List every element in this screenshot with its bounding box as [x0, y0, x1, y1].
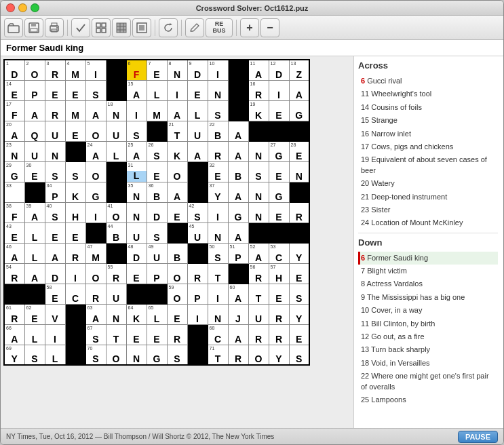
cell-r14c5[interactable]: 67S: [85, 324, 106, 345]
cell-r2c9[interactable]: I: [167, 80, 187, 100]
cell-r12c9[interactable]: 59O: [167, 284, 187, 304]
cell-r10c5[interactable]: 47M: [85, 243, 106, 263]
zoom-out-button[interactable]: −: [260, 18, 279, 37]
down-clue-8[interactable]: 8 Actress Vardalos: [358, 277, 498, 290]
down-clue-13[interactable]: 13 Turn back sharply: [358, 343, 498, 356]
cell-r5c11[interactable]: R: [208, 141, 228, 161]
cell-r6c1[interactable]: 29G: [4, 161, 24, 182]
cell-r15c15[interactable]: S: [289, 345, 309, 365]
cell-r11c9[interactable]: O: [167, 263, 187, 284]
cell-r11c13[interactable]: 56R: [248, 263, 269, 284]
across-clue-6[interactable]: 6 Gucci rival: [358, 75, 498, 88]
cell-r6c2[interactable]: 30E: [24, 161, 45, 182]
window-controls[interactable]: [6, 3, 39, 12]
close-button[interactable]: [6, 3, 15, 12]
cell-r11c14[interactable]: 57H: [269, 263, 289, 284]
cell-r7c3[interactable]: 34P: [45, 182, 65, 202]
cell-r14c15[interactable]: E: [289, 324, 309, 345]
cell-r9c6[interactable]: 44B: [106, 222, 126, 243]
down-clue-11[interactable]: 11 Bill Clinton, by birth: [358, 317, 498, 330]
cell-r4c6[interactable]: U: [106, 121, 126, 141]
cell-r10c11[interactable]: 50S: [208, 243, 228, 263]
cell-r7c1[interactable]: 33: [4, 182, 24, 202]
cell-r2c13[interactable]: 16R: [248, 80, 269, 100]
cell-r1c1[interactable]: 1D: [4, 60, 24, 80]
cell-r3c14[interactable]: E: [269, 100, 289, 121]
cell-r5c3[interactable]: N: [45, 141, 65, 161]
cell-r4c10[interactable]: U: [187, 121, 208, 141]
cell-r3c1[interactable]: 17F: [4, 100, 24, 121]
cell-r8c15[interactable]: R: [289, 202, 309, 222]
cell-r7c9[interactable]: A: [167, 182, 187, 202]
cell-r10c8[interactable]: 49U: [147, 243, 167, 263]
across-clue-24[interactable]: 24 Location of Mount McKinley: [358, 216, 498, 229]
cell-r12c15[interactable]: S: [289, 284, 309, 304]
cell-r15c6[interactable]: O: [106, 345, 126, 365]
cell-r13c5[interactable]: 63A: [85, 304, 106, 324]
cell-r11c8[interactable]: P: [147, 263, 167, 284]
cell-r3c4[interactable]: M: [65, 100, 85, 121]
pause-button[interactable]: PAUSE: [458, 431, 498, 443]
across-clue-14[interactable]: 14 Cousins of foils: [358, 101, 498, 114]
cell-r14c1[interactable]: 66A: [4, 324, 24, 345]
cell-r4c2[interactable]: Q: [24, 121, 45, 141]
save-button[interactable]: [24, 18, 43, 37]
across-clue-21[interactable]: 21 Deep-toned instrument: [358, 191, 498, 204]
cell-r12c11[interactable]: I: [208, 284, 228, 304]
pencil-button[interactable]: [185, 18, 204, 37]
cell-r10c9[interactable]: B: [167, 243, 187, 263]
cell-r12c5[interactable]: R: [85, 284, 106, 304]
cell-r2c10[interactable]: E: [187, 80, 208, 100]
cell-r4c4[interactable]: E: [65, 121, 85, 141]
cell-r11c4[interactable]: I: [65, 263, 85, 284]
cell-r8c4[interactable]: H: [65, 202, 85, 222]
cell-r7c8[interactable]: 36B: [147, 182, 167, 202]
cell-r11c3[interactable]: D: [45, 263, 65, 284]
cell-r6c4[interactable]: S: [65, 161, 85, 182]
down-clue-18[interactable]: 18 Void, in Versailles: [358, 357, 498, 370]
across-clue-19[interactable]: 19 Equivalent of about seven cases of be…: [358, 153, 498, 177]
cell-r1c4[interactable]: 4M: [65, 60, 85, 80]
cell-r8c2[interactable]: 39A: [24, 202, 45, 222]
cell-r15c11[interactable]: 71T: [208, 345, 228, 365]
cell-r5c5[interactable]: 24A: [85, 141, 106, 161]
cell-r14c13[interactable]: R: [248, 324, 269, 345]
rebus-button[interactable]: REBUS: [206, 18, 233, 37]
across-clue-17[interactable]: 17 Cows, pigs and chickens: [358, 140, 498, 153]
cell-r9c10[interactable]: 45U: [187, 222, 208, 243]
cell-r5c7[interactable]: 25A: [126, 141, 147, 161]
cell-r2c14[interactable]: I: [269, 80, 289, 100]
cell-r6c8[interactable]: E: [147, 161, 167, 182]
cell-r9c4[interactable]: E: [65, 222, 85, 243]
cell-r2c3[interactable]: E: [45, 80, 65, 100]
cell-r14c3[interactable]: I: [45, 324, 65, 345]
grid3-button[interactable]: [132, 18, 151, 37]
cell-r7c7[interactable]: 35N: [126, 182, 147, 202]
cell-r13c9[interactable]: E: [167, 304, 187, 324]
cell-r6c13[interactable]: S: [248, 161, 269, 182]
cell-r2c7[interactable]: 15A: [126, 80, 147, 100]
cell-r12c6[interactable]: U: [106, 284, 126, 304]
cell-r13c8[interactable]: 65L: [147, 304, 167, 324]
cell-r10c15[interactable]: Y: [289, 243, 309, 263]
cell-r14c11[interactable]: 68C: [208, 324, 228, 345]
cell-r8c14[interactable]: E: [269, 202, 289, 222]
crossword-grid[interactable]: 1D 2O 3R 4M 5I 6F 7E 8N 9D 10I 11A 12D: [3, 59, 310, 366]
cell-r15c8[interactable]: G: [147, 345, 167, 365]
cell-r15c14[interactable]: Y: [269, 345, 289, 365]
cell-r1c2[interactable]: 2O: [24, 60, 45, 80]
cell-r13c12[interactable]: J: [228, 304, 248, 324]
cell-r2c8[interactable]: L: [147, 80, 167, 100]
cell-r8c9[interactable]: E: [167, 202, 187, 222]
cell-r6c9[interactable]: O: [167, 161, 187, 182]
cell-r10c7[interactable]: 48D: [126, 243, 147, 263]
cell-r6c15[interactable]: N: [289, 161, 309, 182]
cell-r11c1[interactable]: 54R: [4, 263, 24, 284]
cell-r9c3[interactable]: E: [45, 222, 65, 243]
down-clue-7[interactable]: 7 Blight victim: [358, 265, 498, 277]
cell-r1c15[interactable]: 13Z: [289, 60, 309, 80]
open-button[interactable]: [4, 18, 23, 37]
cell-r12c4[interactable]: C: [65, 284, 85, 304]
down-clue-22[interactable]: 22 Where one might get one's first pair …: [358, 370, 498, 393]
cell-r1c13[interactable]: 11A: [248, 60, 269, 80]
